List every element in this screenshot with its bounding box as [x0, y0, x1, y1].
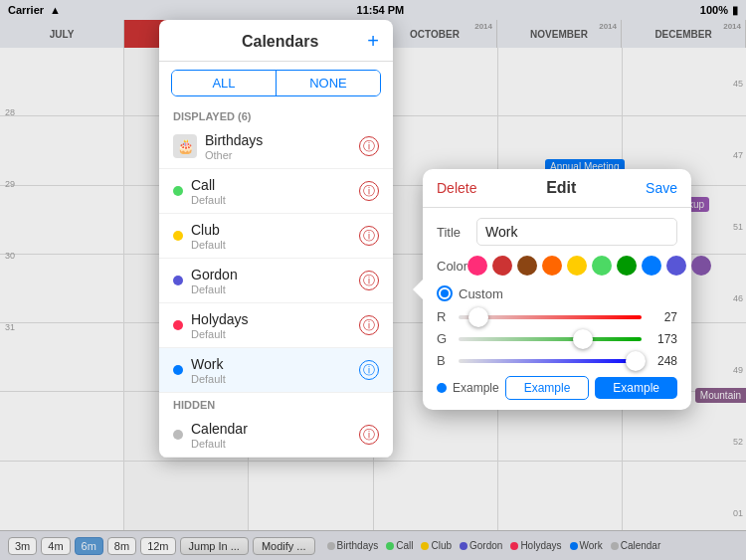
hidden-cal-info-btn[interactable]: ⓘ: [359, 425, 379, 445]
hidden-label: HIDDEN: [159, 393, 393, 413]
gordon-info: Gordon Default: [191, 266, 359, 295]
example-outline-button[interactable]: Example: [505, 376, 590, 400]
r-label: R: [437, 309, 451, 324]
call-info-btn[interactable]: ⓘ: [359, 181, 379, 201]
color-swatch-darkgreen[interactable]: [617, 256, 637, 276]
custom-label: Custom: [459, 286, 503, 301]
none-button[interactable]: NONE: [277, 71, 380, 95]
birthdays-info-btn[interactable]: ⓘ: [359, 136, 379, 156]
b-slider-row: B 248: [437, 353, 677, 368]
call-info: Call Default: [191, 176, 359, 206]
color-swatch-red[interactable]: [492, 256, 512, 276]
title-row: Title: [437, 218, 677, 246]
r-track: [459, 315, 642, 319]
title-label: Title: [437, 225, 476, 240]
call-name: Call: [191, 177, 215, 193]
birthdays-name: Birthdays: [205, 132, 263, 148]
all-button[interactable]: ALL: [172, 71, 277, 95]
r-thumb[interactable]: [468, 307, 488, 327]
birthdays-sub: Other: [205, 149, 359, 161]
work-info-btn[interactable]: ⓘ: [359, 360, 379, 380]
club-info-btn[interactable]: ⓘ: [359, 226, 379, 246]
g-track: [459, 337, 642, 341]
color-swatch-yellow[interactable]: [567, 256, 587, 276]
gordon-info-btn[interactable]: ⓘ: [359, 271, 379, 290]
example-row: Example Example Example: [437, 376, 677, 400]
work-sub: Default: [191, 373, 359, 385]
title-input[interactable]: [476, 218, 677, 246]
hidden-cal-info: Calendar Default: [191, 420, 359, 450]
birthdays-info: Birthdays Other: [205, 131, 359, 161]
example-dot: [437, 383, 447, 393]
hidden-cal-dot: [173, 430, 183, 440]
color-swatches: [467, 256, 711, 276]
holydays-info-btn[interactable]: ⓘ: [359, 315, 379, 335]
club-info: Club Default: [191, 221, 359, 251]
displayed-label: DISPLAYED (6): [159, 104, 393, 124]
edit-calendar-popover: Delete Edit Save Title Color: [423, 169, 691, 410]
color-swatch-pink[interactable]: [467, 256, 487, 276]
color-swatch-purple[interactable]: [691, 256, 711, 276]
color-swatch-indigo[interactable]: [666, 256, 686, 276]
calendars-title: Calendars: [193, 33, 367, 51]
b-track: [459, 359, 642, 363]
custom-row: Custom: [437, 285, 677, 301]
save-button[interactable]: Save: [646, 180, 677, 196]
holydays-info: Holydays Default: [191, 310, 359, 340]
delete-button[interactable]: Delete: [437, 180, 476, 196]
calendar-item-work[interactable]: Work Default ⓘ: [159, 348, 393, 393]
birthdays-icon: 🎂: [173, 134, 197, 158]
color-swatch-blue[interactable]: [642, 256, 661, 276]
color-swatch-brown[interactable]: [517, 256, 537, 276]
g-thumb[interactable]: [573, 329, 593, 349]
g-label: G: [437, 331, 451, 346]
add-calendar-button[interactable]: +: [367, 30, 379, 53]
calendar-item-gordon[interactable]: Gordon Default ⓘ: [159, 259, 393, 303]
b-value: 248: [650, 354, 677, 368]
all-none-buttons: ALL NONE: [171, 70, 381, 96]
b-label: B: [437, 353, 451, 368]
work-dot: [173, 365, 183, 375]
call-sub: Default: [191, 194, 359, 206]
calendar-item-birthdays[interactable]: 🎂 Birthdays Other ⓘ: [159, 124, 393, 169]
edit-title: Edit: [546, 179, 576, 197]
calendars-popover: Calendars + ALL NONE DISPLAYED (6) 🎂 Bir…: [159, 20, 393, 458]
color-label: Color: [437, 259, 467, 274]
g-value: 173: [650, 332, 677, 346]
color-row: Color: [437, 256, 677, 276]
calendars-popover-header: Calendars +: [159, 20, 393, 62]
club-name: Club: [191, 222, 220, 238]
b-thumb[interactable]: [626, 351, 646, 371]
color-swatch-green[interactable]: [592, 256, 612, 276]
hidden-cal-name: Calendar: [191, 421, 248, 437]
calendar-item-hidden[interactable]: Calendar Default ⓘ: [159, 413, 393, 458]
calendar-item-call[interactable]: Call Default ⓘ: [159, 169, 393, 214]
custom-radio-inner: [441, 289, 449, 297]
work-name: Work: [191, 356, 223, 372]
r-slider-row: R 27: [437, 309, 677, 324]
edit-popover-body: Title Color Custom: [423, 208, 691, 410]
color-swatch-orange[interactable]: [542, 256, 562, 276]
custom-radio[interactable]: [437, 285, 453, 301]
g-slider-row: G 173: [437, 331, 677, 346]
gordon-dot: [173, 276, 183, 285]
calendar-item-club[interactable]: Club Default ⓘ: [159, 214, 393, 259]
work-info: Work Default: [191, 355, 359, 385]
call-dot: [173, 186, 183, 196]
club-sub: Default: [191, 239, 359, 251]
holydays-dot: [173, 320, 183, 330]
example-filled-button[interactable]: Example: [595, 377, 677, 399]
club-dot: [173, 231, 183, 241]
edit-popover-header: Delete Edit Save: [423, 169, 691, 208]
hidden-cal-sub: Default: [191, 438, 359, 450]
r-value: 27: [650, 310, 677, 324]
calendar-item-holydays[interactable]: Holydays Default ⓘ: [159, 303, 393, 348]
gordon-name: Gordon: [191, 267, 238, 282]
popover-arrow: [413, 280, 423, 299]
gordon-sub: Default: [191, 283, 359, 295]
holydays-name: Holydays: [191, 311, 249, 327]
example-text-label: Example: [453, 381, 499, 395]
holydays-sub: Default: [191, 328, 359, 340]
